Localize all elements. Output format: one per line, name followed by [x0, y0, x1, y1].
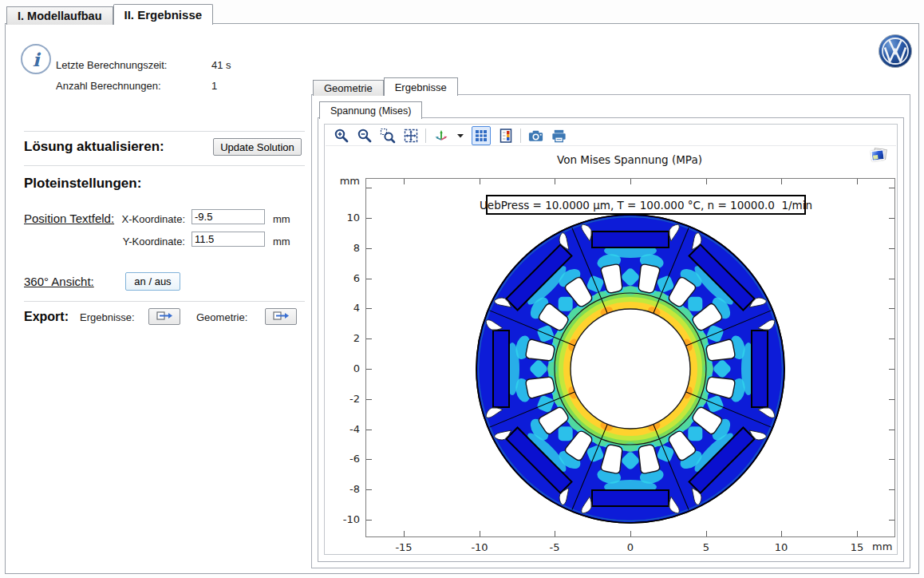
x-tick-label: -5 — [539, 541, 571, 553]
x-tick-label: 0 — [614, 541, 646, 553]
tab-ergebnisse-graphics[interactable]: Ergebnisse — [384, 77, 458, 96]
y-coordinate-input[interactable] — [192, 232, 265, 247]
app-screenshot: I. Modellaufbau II. Ergebnisse i Letzte … — [0, 0, 924, 578]
plot-image-icon[interactable] — [870, 147, 887, 163]
y-tick-mark — [889, 430, 894, 430]
x-tick-mark — [630, 179, 631, 184]
y-tick-mark — [366, 188, 372, 188]
y-tick-label: -4 — [328, 423, 360, 435]
rotor-stress-plot — [366, 179, 894, 536]
tab-geometrie[interactable]: Geometrie — [313, 80, 384, 96]
last-calc-time-value: 41 s — [211, 59, 231, 71]
x-tick-label: 5 — [690, 541, 722, 553]
y-tick-label: -6 — [328, 453, 360, 465]
y-tick-mark — [366, 369, 372, 370]
x-tick-mark — [404, 179, 405, 184]
separator — [24, 165, 305, 166]
zoom-in-icon[interactable] — [333, 127, 349, 144]
tab-spannung-mises[interactable]: Spannung (Mises) — [319, 101, 422, 119]
color-legend-icon[interactable] — [497, 127, 514, 144]
update-solution-button[interactable]: Update Solution — [213, 138, 302, 156]
y-tick-mark — [889, 279, 894, 279]
zoom-out-icon[interactable] — [356, 127, 373, 144]
info-icon: i — [21, 44, 51, 74]
text-position-heading: Position Textfeld: — [24, 212, 114, 225]
y-tick-mark — [889, 459, 894, 460]
view-360-heading: 360° Ansicht: — [24, 275, 94, 288]
main-tabstrip: I. Modellaufbau II. Ergebnisse — [6, 4, 213, 25]
y-tick-mark — [889, 369, 894, 370]
graphics-toolbar — [326, 125, 896, 146]
x-tick-mark — [555, 179, 555, 184]
x-tick-mark — [781, 531, 782, 536]
y-tick-label: 0 — [328, 362, 360, 374]
export-results-button[interactable] — [148, 308, 180, 325]
y-tick-mark — [366, 218, 372, 219]
x-tick-mark — [480, 179, 480, 184]
y-tick-mark — [889, 399, 894, 400]
vw-logo — [878, 34, 913, 69]
plot-frame: mm mm — [365, 178, 895, 537]
plot-settings-heading: Ploteinstellungen: — [24, 176, 141, 192]
plot-title: Von Mises Spannung (MPa) — [365, 153, 894, 166]
zoom-box-icon[interactable] — [379, 127, 396, 144]
grid-icon[interactable] — [472, 126, 491, 145]
export-results-label: Ergebnisse: — [80, 311, 135, 323]
x-tick-mark — [781, 179, 782, 184]
x-tick-label: -15 — [388, 541, 420, 553]
y-tick-label: 10 — [328, 212, 360, 224]
y-tick-mark — [366, 520, 372, 521]
calc-count-label: Anzahl Berechnungen: — [56, 80, 161, 92]
y-unit-label: mm — [273, 236, 290, 247]
view-orientation-icon[interactable] — [432, 127, 449, 144]
x-tick-mark — [706, 531, 707, 536]
y-tick-mark — [889, 248, 894, 249]
camera-icon[interactable] — [527, 127, 544, 144]
y-tick-mark — [366, 279, 372, 279]
annotation-textbox: UebPress = 10.0000 µm, T = 100.000 °C, n… — [486, 195, 806, 215]
x-tick-mark — [857, 531, 858, 536]
calc-count-value: 1 — [211, 80, 217, 92]
y-tick-label: -10 — [328, 513, 360, 525]
y-tick-mark — [889, 520, 894, 521]
export-heading: Export: — [24, 310, 69, 324]
print-icon[interactable] — [551, 127, 567, 144]
x-tick-mark — [706, 179, 707, 184]
y-tick-mark — [889, 489, 894, 490]
y-tick-mark — [889, 338, 894, 339]
separator — [24, 131, 305, 132]
photo-front-layer — [871, 149, 884, 161]
y-tick-label: 2 — [328, 332, 360, 344]
y-tick-label: 8 — [328, 242, 360, 254]
x-tick-label: 15 — [841, 541, 873, 553]
x-tick-mark — [480, 531, 480, 536]
y-tick-mark — [889, 188, 894, 188]
y-tick-mark — [889, 308, 894, 309]
x-tick-mark — [555, 531, 555, 536]
y-axis-unit: mm — [328, 175, 360, 187]
y-tick-label: -8 — [328, 483, 360, 495]
export-icon — [156, 311, 173, 323]
y-tick-mark — [889, 218, 894, 219]
y-tick-mark — [366, 399, 372, 400]
y-coordinate-label: Y-Koordinate: — [112, 236, 185, 247]
y-tick-label: -2 — [328, 393, 360, 405]
view-360-toggle-button[interactable]: an / aus — [125, 272, 180, 291]
dropdown-caret-icon[interactable] — [456, 127, 465, 144]
tab-modellaufbau[interactable]: I. Modellaufbau — [6, 6, 113, 25]
y-tick-mark — [366, 459, 372, 460]
x-unit-label: mm — [273, 213, 290, 225]
x-tick-mark — [630, 531, 631, 536]
x-axis-unit: mm — [872, 540, 892, 552]
update-solution-heading: Lösung aktualisieren: — [24, 139, 164, 155]
tab-ergebnisse[interactable]: II. Ergebnisse — [113, 4, 214, 25]
y-tick-label: 6 — [328, 272, 360, 284]
y-tick-mark — [366, 248, 372, 249]
export-geometry-button[interactable] — [265, 308, 297, 325]
last-calc-time-label: Letzte Berechnungszeit: — [56, 59, 167, 71]
toolbar-separator — [520, 129, 521, 143]
graphics-tabstrip: Geometrie Ergebnisse — [313, 77, 458, 96]
plot-canvas[interactable]: Von Mises Spannung (MPa) mm mm — [324, 124, 898, 555]
zoom-extents-icon[interactable] — [402, 127, 419, 144]
x-coordinate-input[interactable] — [192, 209, 265, 224]
